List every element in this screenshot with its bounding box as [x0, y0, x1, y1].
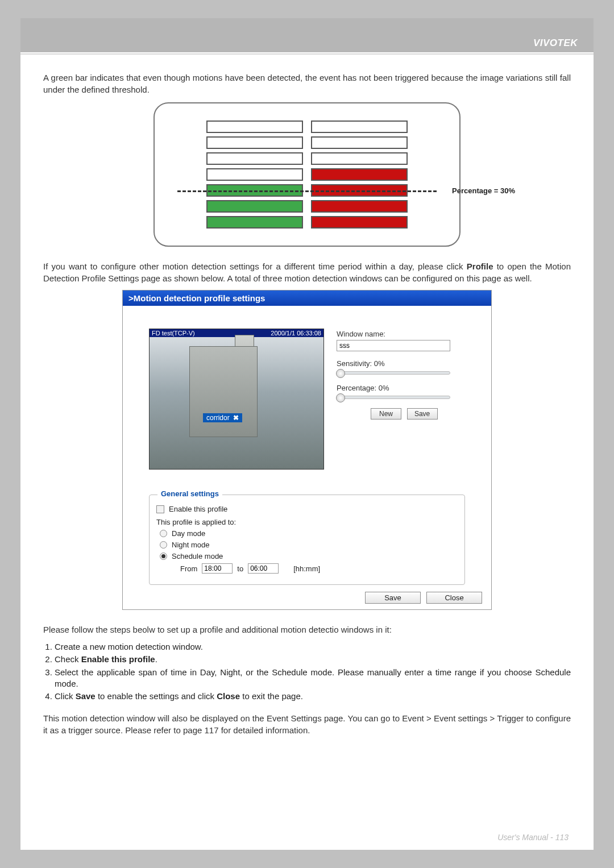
profile-save-button[interactable]: Save — [365, 592, 421, 604]
step-3: Select the applicable span of time in Da… — [55, 667, 571, 690]
slider-knob[interactable] — [336, 369, 345, 378]
sensitivity-label: Sensitivity: 0% — [337, 359, 482, 368]
detection-window-tag[interactable]: corridor ✖ — [203, 413, 242, 422]
day-mode-radio[interactable] — [160, 530, 167, 537]
step-2: Check Enable this profile. — [55, 654, 571, 665]
general-settings-group: General settings Enable this profile Thi… — [149, 495, 465, 585]
footer-label: User's Manual - — [497, 833, 555, 842]
schedule-mode-radio[interactable] — [160, 553, 167, 560]
from-time-input[interactable] — [202, 563, 233, 574]
step-1: Create a new motion detection window. — [55, 641, 571, 653]
night-mode-radio[interactable] — [160, 541, 167, 549]
header-band: VIVOTEK — [20, 18, 594, 53]
video-preview: FD test(TCP-V) 2000/1/1 06:33:08 corrido… — [149, 329, 324, 470]
threshold-line — [177, 190, 437, 192]
step-4: Click Save to enable the settings and cl… — [55, 691, 571, 702]
profile-close-button[interactable]: Close — [426, 592, 482, 604]
p2-a: If you want to configure other motion de… — [43, 261, 467, 271]
detection-window-label: corridor — [206, 414, 230, 422]
profile-settings-title: >Motion detection profile settings — [123, 290, 491, 306]
footer-page: 113 — [555, 833, 569, 842]
percentage-label-ctrl: Percentage: 0% — [337, 384, 482, 392]
profile-settings-screenshot: >Motion detection profile settings FD te… — [122, 290, 492, 610]
percentage-label: Percentage = 30% — [452, 186, 515, 195]
window-name-label: Window name: — [337, 330, 482, 338]
enable-profile-checkbox[interactable] — [156, 505, 164, 513]
day-mode-label: Day mode — [172, 529, 205, 538]
percentage-slider[interactable] — [337, 396, 450, 399]
header-divider — [20, 53, 594, 55]
new-button[interactable]: New — [371, 408, 401, 420]
night-mode-label: Night mode — [172, 541, 209, 549]
steps-list: Create a new motion detection window. Ch… — [55, 641, 571, 702]
steps-intro: Please follow the steps beolw to set up … — [43, 624, 571, 636]
p2-b: Profile — [467, 261, 493, 271]
profile-paragraph: If you want to configure other motion de… — [43, 260, 571, 284]
slider-knob[interactable] — [336, 393, 345, 402]
level-column-right — [311, 121, 408, 232]
hhmm-hint: [hh:mm] — [293, 564, 320, 573]
to-time-input[interactable] — [248, 563, 279, 574]
from-label: From — [180, 564, 197, 573]
intro-paragraph: A green bar indicates that even though m… — [43, 72, 571, 95]
threshold-diagram: Percentage = 30% — [43, 102, 571, 247]
schedule-mode-label: Schedule mode — [172, 552, 223, 560]
applied-to-label: This profile is applied to: — [156, 518, 236, 526]
sensitivity-slider[interactable] — [337, 371, 450, 375]
to-label: to — [237, 564, 243, 573]
brand-logo: VIVOTEK — [533, 38, 578, 49]
window-name-input[interactable] — [337, 340, 450, 351]
general-settings-legend: General settings — [157, 489, 222, 498]
preview-timestamp: 2000/1/1 06:33:08 — [271, 330, 321, 337]
outro-paragraph: This motion detection window will also b… — [43, 712, 571, 736]
enable-profile-label: Enable this profile — [169, 505, 227, 513]
preview-name: FD test(TCP-V) — [152, 330, 195, 337]
page-footer: User's Manual - 113 — [497, 833, 569, 842]
save-button[interactable]: Save — [407, 408, 438, 420]
level-column-left — [206, 121, 303, 232]
close-icon[interactable]: ✖ — [233, 414, 239, 422]
